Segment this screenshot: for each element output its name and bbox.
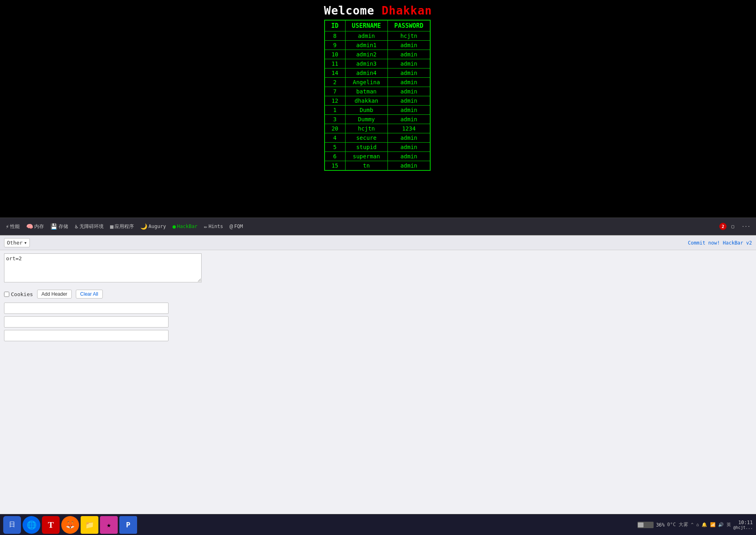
memory-label: 内存 — [34, 223, 44, 230]
add-header-button[interactable]: Add Header — [37, 290, 72, 299]
cell-username: admin3 — [345, 59, 387, 68]
toolbar-perf[interactable]: ⚡ 性能 — [3, 222, 22, 231]
cell-password: admin — [387, 78, 430, 87]
col-header-password: PASSWORD — [387, 20, 430, 31]
col-header-username: USERNAME — [345, 20, 387, 31]
cell-id: 12 — [325, 96, 346, 106]
cell-password: admin — [387, 68, 430, 78]
hints-icon: ✏ — [204, 223, 207, 230]
table-row: 9admin1admin — [325, 41, 431, 50]
hints-label: Hints — [208, 224, 223, 229]
cell-id: 2 — [325, 78, 346, 87]
table-row: 14admin4admin — [325, 68, 431, 78]
welcome-text: Welcome — [324, 4, 375, 17]
cookies-label: Cookies — [11, 291, 33, 297]
taskbar: 日 🌐 T 🦊 📁 ★ P 36% 0°C 大雾 ^ ⌂ 🔔 📶 🔊 英 10:… — [0, 514, 756, 535]
toolbar-right: 2 ▢ ··· — [719, 222, 753, 230]
hack-input-3[interactable] — [4, 330, 169, 341]
cell-password: hcjtn — [387, 31, 430, 41]
taskbar-right: 36% 0°C 大雾 ^ ⌂ 🔔 📶 🔊 英 10:11 @hcjt... — [637, 520, 753, 530]
table-row: 1Dumbadmin — [325, 106, 431, 115]
hack-input-2[interactable] — [4, 316, 169, 328]
data-table: ID USERNAME PASSWORD 8adminhcjtn9admin1a… — [324, 20, 431, 171]
perf-label: 性能 — [10, 223, 20, 230]
fqm-icon: @ — [229, 223, 233, 230]
storage-icon: 💾 — [50, 223, 57, 230]
cookies-checkbox-label[interactable]: Cookies — [4, 291, 33, 297]
cell-password: admin — [387, 106, 430, 115]
cookies-checkbox[interactable] — [4, 292, 9, 297]
clear-all-button[interactable]: Clear All — [76, 290, 103, 299]
cell-username: admin4 — [345, 68, 387, 78]
toolbar-menu[interactable]: ··· — [739, 222, 753, 230]
cell-username: batman — [345, 87, 387, 96]
cell-id: 5 — [325, 143, 346, 152]
cell-id: 9 — [325, 41, 346, 50]
toolbar-hackbar[interactable]: ● HackBar — [170, 222, 200, 231]
cell-id: 7 — [325, 87, 346, 96]
fqm-label: FQM — [234, 224, 243, 229]
table-row: 15tnadmin — [325, 161, 431, 171]
toolbar-augury[interactable]: 🌙 Augury — [138, 222, 168, 231]
cell-id: 3 — [325, 115, 346, 124]
cell-username: tn — [345, 161, 387, 171]
apps-icon: ▦ — [110, 223, 113, 230]
table-row: 6supermanadmin — [325, 152, 431, 161]
other-dropdown[interactable]: Other ▾ — [4, 238, 30, 247]
cell-username: Dummy — [345, 115, 387, 124]
cell-password: 1234 — [387, 124, 430, 133]
cell-username: admin — [345, 31, 387, 41]
cell-username: superman — [345, 152, 387, 161]
table-row: 10admin2admin — [325, 50, 431, 59]
accessibility-label: 无障碍环境 — [79, 223, 104, 230]
welcome-brand: Dhakkan — [381, 4, 432, 17]
taskbar-app-3[interactable]: T — [42, 516, 60, 534]
cell-password: admin — [387, 133, 430, 143]
time-display: 10:11 @hcjt... — [733, 520, 753, 530]
notification-badge: 2 — [719, 223, 727, 230]
toolbar-memory[interactable]: 🧠 内存 — [24, 222, 46, 231]
taskbar-app-5[interactable]: 📁 — [81, 516, 98, 534]
commit-label: Commit now! HackBar v2 — [688, 240, 752, 246]
hack-input-1[interactable] — [4, 303, 169, 314]
toolbar-accessibility[interactable]: ♿ 无障碍环境 — [72, 222, 106, 231]
cell-id: 15 — [325, 161, 346, 171]
cell-id: 4 — [325, 133, 346, 143]
temp-display: 0°C 大雾 — [667, 521, 689, 528]
post-body-textarea[interactable]: ort=2 — [4, 253, 202, 282]
cell-username: admin2 — [345, 50, 387, 59]
taskbar-app-1[interactable]: 日 — [3, 516, 21, 534]
taskbar-app-4[interactable]: 🦊 — [61, 516, 79, 534]
tabs-icon: ▢ — [731, 224, 734, 229]
cell-id: 14 — [325, 68, 346, 78]
taskbar-app-6[interactable]: ★ — [100, 516, 118, 534]
taskbar-app-2[interactable]: 🌐 — [23, 516, 40, 534]
cell-username: secure — [345, 133, 387, 143]
accessibility-icon: ♿ — [75, 223, 78, 230]
table-row: 5stupidadmin — [325, 143, 431, 152]
table-row: 12dhakkanadmin — [325, 96, 431, 106]
toolbar-tabs-icon[interactable]: ▢ — [729, 222, 737, 230]
cell-id: 10 — [325, 50, 346, 59]
toolbar-storage[interactable]: 💾 存储 — [48, 222, 71, 231]
table-row: 4secureadmin — [325, 133, 431, 143]
hackbar-cookies-row: Cookies Add Header Clear All — [0, 287, 756, 301]
cell-password: admin — [387, 59, 430, 68]
cell-username: Angelina — [345, 78, 387, 87]
cell-password: admin — [387, 143, 430, 152]
cell-password: admin — [387, 96, 430, 106]
welcome-title: Welcome Dhakkan — [324, 4, 432, 17]
table-row: 7batmanadmin — [325, 87, 431, 96]
augury-label: Augury — [148, 224, 166, 229]
toolbar-hints[interactable]: ✏ Hints — [202, 222, 226, 231]
cell-id: 8 — [325, 31, 346, 41]
table-row: 3Dummyadmin — [325, 115, 431, 124]
taskbar-app-7[interactable]: P — [119, 516, 137, 534]
cell-password: admin — [387, 115, 430, 124]
toolbar-fqm[interactable]: @ FQM — [227, 222, 245, 231]
toolbar-apps[interactable]: ▦ 应用程序 — [108, 222, 136, 231]
memory-icon: 🧠 — [26, 223, 33, 230]
cell-username: Dumb — [345, 106, 387, 115]
cell-username: hcjtn — [345, 124, 387, 133]
col-header-id: ID — [325, 20, 346, 31]
